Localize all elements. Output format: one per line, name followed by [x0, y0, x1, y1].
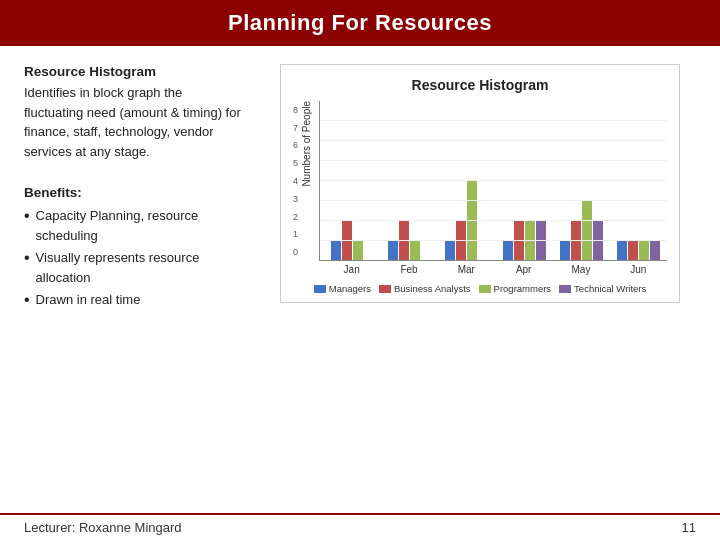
legend-label: Programmers [494, 283, 552, 294]
analysts-bar [571, 220, 581, 260]
y-axis-label: Numbers of People [301, 101, 315, 187]
bar-group [330, 220, 375, 260]
bar-group [387, 220, 432, 260]
programmers-bar [582, 200, 592, 260]
legend-color [559, 285, 571, 293]
left-panel: Resource Histogram Identifies in block g… [24, 64, 244, 496]
right-panel: Resource Histogram 0 1 2 3 4 5 6 7 8 Num… [264, 64, 696, 496]
writers-bar [536, 220, 546, 260]
programmers-bar [410, 240, 420, 260]
writers-bar [593, 220, 603, 260]
programmers-bar [353, 240, 363, 260]
managers-bar [503, 240, 513, 260]
header: Planning For Resources [0, 0, 720, 46]
legend-color [314, 285, 326, 293]
x-label: Jan [323, 261, 380, 275]
chart-area: 0 1 2 3 4 5 6 7 8 Numbers of People [293, 101, 667, 275]
bar-group [616, 240, 661, 260]
managers-bar [617, 240, 627, 260]
programmers-bar [525, 220, 535, 260]
analysts-bar [514, 220, 524, 260]
analysts-bar [399, 220, 409, 260]
section-title: Resource Histogram [24, 64, 244, 79]
bar-group [559, 200, 604, 260]
footer: Lecturer: Roxanne Mingard 11 [0, 513, 720, 540]
legend-label: Managers [329, 283, 371, 294]
managers-bar [331, 240, 341, 260]
legend-item: Programmers [479, 283, 552, 294]
x-label: Feb [380, 261, 437, 275]
programmers-bar [639, 240, 649, 260]
chart-container: Resource Histogram 0 1 2 3 4 5 6 7 8 Num… [280, 64, 680, 303]
legend-color [479, 285, 491, 293]
legend-label: Technical Writers [574, 283, 646, 294]
page-number: 11 [682, 520, 696, 535]
writers-bar [650, 240, 660, 260]
legend-item: Managers [314, 283, 371, 294]
legend-item: Business Analysts [379, 283, 471, 294]
bar-group [444, 180, 489, 260]
legend-color [379, 285, 391, 293]
list-item: •Capacity Planning, resource scheduling [24, 206, 244, 245]
list-item: •Visually represents resource allocation [24, 248, 244, 287]
bars-row [319, 101, 667, 261]
benefits-title: Benefits: [24, 185, 244, 200]
managers-bar [388, 240, 398, 260]
bar-group [502, 220, 547, 260]
list-item: •Drawn in real time [24, 290, 244, 311]
programmers-bar [467, 180, 477, 260]
benefits-list: •Capacity Planning, resource scheduling … [24, 206, 244, 311]
header-title: Planning For Resources [228, 10, 492, 35]
legend-item: Technical Writers [559, 283, 646, 294]
y-ticks: 0 1 2 3 4 5 6 7 8 [293, 101, 298, 261]
chart-title: Resource Histogram [293, 77, 667, 93]
x-label: May [552, 261, 609, 275]
legend-label: Business Analysts [394, 283, 471, 294]
description: Identifies in block graph the fluctuatin… [24, 83, 244, 161]
x-label: Jun [610, 261, 667, 275]
managers-bar [560, 240, 570, 260]
legend: ManagersBusiness AnalystsProgrammersTech… [293, 283, 667, 294]
chart-inner: Numbers of People JanFebMarAprMayJun [301, 101, 667, 275]
x-axis: JanFebMarAprMayJun [323, 261, 667, 275]
analysts-bar [456, 220, 466, 260]
managers-bar [445, 240, 455, 260]
x-label: Apr [495, 261, 552, 275]
analysts-bar [628, 240, 638, 260]
analysts-bar [342, 220, 352, 260]
lecturer-label: Lecturer: Roxanne Mingard [24, 520, 182, 535]
x-label: Mar [438, 261, 495, 275]
